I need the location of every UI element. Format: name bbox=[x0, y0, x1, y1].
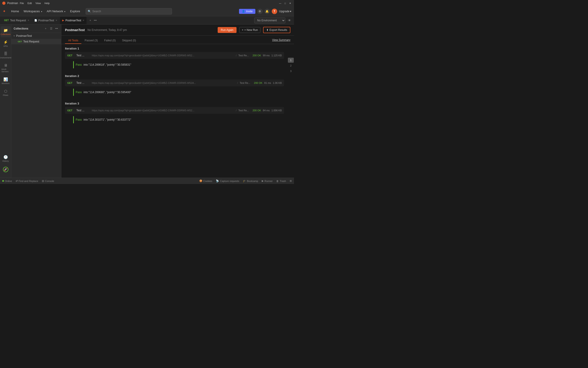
menu-edit[interactable]: Edit bbox=[28, 2, 32, 5]
grid-button[interactable]: ⊞ bbox=[290, 179, 292, 182]
iteration-1-request-row[interactable]: GET Test ... https://apis.map.qq.com/jsa… bbox=[65, 52, 284, 59]
request-name: Test Request bbox=[23, 40, 39, 43]
view-summary-link[interactable]: View Summary bbox=[272, 38, 290, 43]
console-button[interactable]: ▤ Console bbox=[42, 179, 54, 182]
runner-button[interactable]: ▶ Runner bbox=[262, 179, 273, 182]
nav-home[interactable]: Home bbox=[9, 9, 21, 14]
status-bar: Online ⇄ Find and Replace ▤ Console 🍪 Co… bbox=[0, 178, 294, 184]
cookies-icon: 🍪 bbox=[199, 179, 202, 182]
settings-icon[interactable]: ⚙ bbox=[257, 9, 263, 14]
req-method-1: GET bbox=[67, 54, 74, 57]
menu-file[interactable]: File bbox=[20, 2, 24, 5]
upgrade-arrow-icon: ▾ bbox=[290, 10, 291, 13]
nav-api-network[interactable]: API Network ▾ bbox=[45, 9, 67, 14]
collection-caret-icon: ▾ bbox=[14, 35, 15, 37]
trash-button[interactable]: 🗑 Trash bbox=[276, 180, 286, 182]
sidebar-item-monitors[interactable]: 📊 Monitors bbox=[1, 75, 11, 86]
pass-row-1: Pass intx:"114.289818", "pointy":"30.585… bbox=[65, 60, 284, 70]
close-button[interactable]: ✕ bbox=[289, 2, 292, 5]
search-bar[interactable]: 🔍 Search bbox=[86, 8, 172, 15]
monitors-icon: 📊 bbox=[3, 77, 8, 82]
more-collections-button[interactable]: ••• bbox=[54, 26, 59, 31]
pass-value-3: intx:"114.301071", "pointy":"30.633772" bbox=[84, 118, 131, 121]
req-time-1: 99 ms bbox=[263, 54, 270, 57]
req-name-1: Test ... bbox=[76, 54, 90, 57]
capture-button[interactable]: 📡 Capture requests bbox=[216, 179, 239, 182]
tab-test-request[interactable]: GET Test Request ✕ bbox=[2, 17, 32, 24]
req-size-3: 1.006 KB bbox=[272, 109, 282, 112]
menu-view[interactable]: View bbox=[36, 2, 41, 5]
nav-workspaces[interactable]: Workspaces ▾ bbox=[22, 9, 44, 14]
tab-passed[interactable]: Passed (3) bbox=[81, 37, 101, 44]
minimize-button[interactable]: — bbox=[279, 2, 282, 5]
iter-num-2[interactable]: 2 bbox=[288, 63, 294, 68]
req-name-3: Test ... bbox=[76, 109, 90, 112]
eye-icon[interactable]: 👁 bbox=[287, 18, 292, 23]
bootcamp-button[interactable]: 🎓 Bootcamp bbox=[243, 179, 258, 182]
tab-close-postmantest-runner[interactable]: ✕ bbox=[83, 19, 84, 22]
iteration-3-request-row[interactable]: GET Test ... https://apis.map.qq.com/jsa… bbox=[65, 107, 284, 114]
export-results-button[interactable]: ⬆ Export Results bbox=[263, 27, 290, 33]
tab-all-tests[interactable]: All Tests bbox=[65, 37, 81, 44]
pass-bar-2 bbox=[73, 89, 74, 96]
collection-postmantest[interactable]: ▾ PostmanTest bbox=[11, 33, 61, 39]
nav-explore[interactable]: Explore bbox=[68, 9, 82, 14]
iteration-numbers-sidebar: 1 2 3 bbox=[288, 44, 294, 178]
tab-close-postmantest-file[interactable]: ✕ bbox=[55, 19, 57, 22]
rocket-icon: 🚀 bbox=[3, 167, 9, 172]
environment-select[interactable]: No Environment bbox=[254, 18, 285, 23]
sidebar-item-monitors-label: Monitors bbox=[2, 82, 9, 84]
sidebar-item-history[interactable]: 🕐 History bbox=[1, 153, 11, 164]
maximize-button[interactable]: □ bbox=[284, 2, 287, 5]
mock-servers-icon: 🖥 bbox=[4, 63, 8, 67]
sidebar-item-environments-label: Environments bbox=[0, 56, 12, 59]
tab-close-test-request[interactable]: ✕ bbox=[28, 19, 29, 22]
add-tab-button[interactable]: + bbox=[88, 18, 92, 23]
iter-num-1[interactable]: 1 bbox=[288, 58, 294, 63]
sidebar-item-mock-servers[interactable]: 🖥 Mock Servers bbox=[1, 62, 11, 74]
status-online[interactable]: Online bbox=[2, 180, 12, 182]
workspaces-arrow-icon: ▾ bbox=[41, 10, 42, 13]
app-title: Postman bbox=[7, 2, 18, 5]
tab-postmantest-runner[interactable]: ▶ PostmanTest ✕ bbox=[60, 17, 87, 24]
pass-value-1: intx:"114.289818", "pointy":"30.585831" bbox=[84, 63, 131, 66]
avatar[interactable]: T bbox=[272, 9, 277, 14]
trash-icon: 🗑 bbox=[276, 180, 279, 182]
sidebar-item-collections[interactable]: 📁 Collections bbox=[1, 26, 11, 37]
find-replace-button[interactable]: ⇄ Find and Replace bbox=[16, 179, 38, 182]
iter-num-3[interactable]: 3 bbox=[288, 69, 294, 74]
bell-icon[interactable]: 🔔 bbox=[265, 9, 270, 14]
status-bar-right: 🍪 Cookies 📡 Capture requests 🎓 Bootcamp … bbox=[199, 179, 292, 182]
tab-runner-icon: ▶ bbox=[62, 19, 64, 22]
pass-row-2: Pass intx:"114.289680", "pointy":"30.595… bbox=[65, 87, 284, 97]
runner-meta: No Environment, Today, 8:47 pm bbox=[87, 28, 127, 32]
req-divider-2: / bbox=[237, 82, 238, 84]
upgrade-button[interactable]: Upgrade ▾ bbox=[279, 10, 291, 13]
app-icon bbox=[2, 2, 5, 5]
req-time-2: 81 ms bbox=[264, 82, 271, 84]
environments-icon: 🗄 bbox=[4, 52, 8, 56]
tab-skipped[interactable]: Skipped (0) bbox=[119, 37, 139, 44]
req-test-re-2: Test Re... bbox=[240, 82, 250, 84]
sidebar-item-apis[interactable]: ⚡ APIs bbox=[1, 38, 11, 49]
tab-postmantest-file[interactable]: 📄 PostmanTest ✕ bbox=[32, 17, 60, 24]
invite-button[interactable]: 👤 Invite bbox=[239, 9, 255, 14]
pass-value-2: intx:"114.289680", "pointy":"30.595400" bbox=[84, 91, 131, 94]
export-icon: ⬆ bbox=[266, 28, 268, 32]
iteration-2-request-row[interactable]: GET Test ... https://apis.map.qq.com/jsa… bbox=[65, 80, 284, 86]
run-again-button[interactable]: Run Again bbox=[218, 27, 237, 33]
top-nav-right: 👤 Invite ⚙ 🔔 T Upgrade ▾ bbox=[239, 9, 291, 14]
sidebar-item-flows[interactable]: ⬡ Flows bbox=[1, 87, 11, 98]
filter-collections-button[interactable]: ☰ bbox=[49, 26, 53, 31]
new-run-button[interactable]: + + New Run bbox=[239, 27, 260, 33]
sidebar-item-environments[interactable]: 🗄 Environments bbox=[1, 50, 11, 61]
new-collection-button[interactable]: + bbox=[43, 26, 48, 31]
request-item-test-request[interactable]: GET Test Request bbox=[11, 39, 61, 44]
menu-help[interactable]: Help bbox=[45, 2, 50, 5]
tab-failed[interactable]: Failed (0) bbox=[101, 37, 119, 44]
cookies-button[interactable]: 🍪 Cookies bbox=[199, 179, 212, 182]
tab-method-get: GET bbox=[4, 19, 9, 22]
more-tabs-button[interactable]: ••• bbox=[93, 18, 97, 23]
sidebar-item-rocket[interactable]: 🚀 bbox=[1, 165, 11, 174]
sidebar-item-mock-servers-label: Mock Servers bbox=[2, 68, 10, 73]
